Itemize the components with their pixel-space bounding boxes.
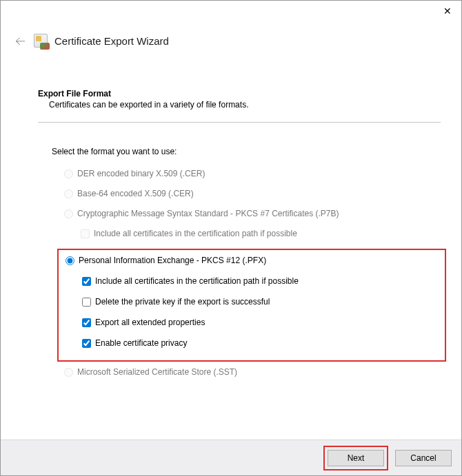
checkbox-p7b-include-label: Include all certificates in the certific… — [94, 229, 297, 238]
checkbox-pfx-privacy[interactable]: Enable certificate privacy — [82, 338, 438, 348]
wizard-footer: Next Cancel — [1, 439, 461, 475]
certificate-wizard-icon — [34, 34, 48, 48]
page-subheading: Certificates can be exported in a variet… — [49, 100, 441, 110]
instruction-text: Select the format you want to use: — [52, 147, 441, 156]
cancel-button[interactable]: Cancel — [395, 450, 452, 466]
checkbox-p7b-include-input — [81, 229, 90, 238]
radio-base64-input — [64, 189, 73, 198]
radio-p7b: Cryptographic Message Syntax Standard - … — [64, 209, 441, 218]
checkbox-pfx-delete-input[interactable] — [82, 298, 91, 307]
checkbox-pfx-delete[interactable]: Delete the private key if the export is … — [82, 297, 438, 307]
radio-p7b-label: Cryptographic Message Syntax Standard - … — [77, 209, 339, 218]
divider — [38, 122, 441, 123]
highlight-next: Next — [323, 446, 388, 470]
checkbox-pfx-delete-label: Delete the private key if the export is … — [95, 297, 270, 307]
checkbox-pfx-privacy-input[interactable] — [82, 339, 91, 348]
checkbox-pfx-ext[interactable]: Export all extended properties — [82, 318, 438, 327]
page-heading: Export File Format — [38, 89, 441, 99]
checkbox-pfx-include[interactable]: Include all certificates in the certific… — [82, 276, 438, 286]
radio-der-input — [64, 169, 73, 178]
radio-sst-input — [64, 368, 73, 377]
checkbox-pfx-ext-label: Export all extended properties — [95, 318, 205, 327]
checkbox-pfx-ext-input[interactable] — [82, 318, 91, 327]
format-options: DER encoded binary X.509 (.CER) Base-64 … — [64, 169, 441, 377]
checkbox-p7b-include: Include all certificates in the certific… — [81, 229, 441, 238]
next-button[interactable]: Next — [328, 450, 384, 466]
radio-base64: Base-64 encoded X.509 (.CER) — [64, 189, 441, 198]
back-arrow-icon[interactable]: 🡠 — [13, 34, 27, 48]
radio-pfx[interactable]: Personal Information Exchange - PKCS #12… — [66, 256, 438, 265]
radio-der-label: DER encoded binary X.509 (.CER) — [77, 169, 205, 178]
wizard-title: Certificate Export Wizard — [54, 35, 169, 47]
checkbox-pfx-include-label: Include all certificates in the certific… — [95, 276, 299, 286]
radio-pfx-label: Personal Information Exchange - PKCS #12… — [79, 256, 266, 265]
radio-pfx-input[interactable] — [66, 256, 74, 265]
radio-p7b-input — [64, 209, 73, 218]
wizard-header: 🡠 Certificate Export Wizard — [13, 34, 449, 48]
radio-sst: Microsoft Serialized Certificate Store (… — [64, 367, 441, 377]
radio-der: DER encoded binary X.509 (.CER) — [64, 169, 441, 178]
wizard-content: Export File Format Certificates can be e… — [38, 89, 441, 387]
close-icon[interactable]: ✕ — [438, 3, 457, 19]
dialog-window: ✕ 🡠 Certificate Export Wizard Export Fil… — [0, 0, 462, 476]
checkbox-pfx-privacy-label: Enable certificate privacy — [95, 338, 187, 348]
checkbox-pfx-include-input[interactable] — [82, 277, 91, 286]
highlight-box: Personal Information Exchange - PKCS #12… — [57, 249, 446, 362]
radio-base64-label: Base-64 encoded X.509 (.CER) — [77, 189, 194, 198]
radio-sst-label: Microsoft Serialized Certificate Store (… — [77, 367, 237, 377]
